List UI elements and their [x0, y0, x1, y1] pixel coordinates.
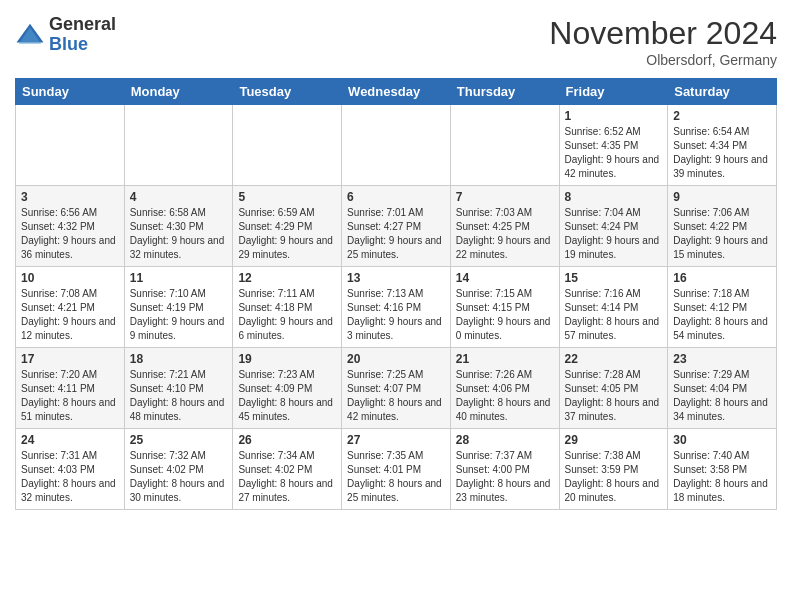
day-number: 27	[347, 433, 445, 447]
day-info: Sunrise: 7:31 AM Sunset: 4:03 PM Dayligh…	[21, 449, 119, 505]
calendar-cell: 29Sunrise: 7:38 AM Sunset: 3:59 PM Dayli…	[559, 429, 668, 510]
column-header-thursday: Thursday	[450, 79, 559, 105]
day-info: Sunrise: 7:11 AM Sunset: 4:18 PM Dayligh…	[238, 287, 336, 343]
calendar-week-row: 3Sunrise: 6:56 AM Sunset: 4:32 PM Daylig…	[16, 186, 777, 267]
column-header-saturday: Saturday	[668, 79, 777, 105]
day-info: Sunrise: 6:52 AM Sunset: 4:35 PM Dayligh…	[565, 125, 663, 181]
day-info: Sunrise: 7:04 AM Sunset: 4:24 PM Dayligh…	[565, 206, 663, 262]
calendar-header-row: SundayMondayTuesdayWednesdayThursdayFrid…	[16, 79, 777, 105]
day-info: Sunrise: 7:08 AM Sunset: 4:21 PM Dayligh…	[21, 287, 119, 343]
calendar-week-row: 1Sunrise: 6:52 AM Sunset: 4:35 PM Daylig…	[16, 105, 777, 186]
calendar-cell: 2Sunrise: 6:54 AM Sunset: 4:34 PM Daylig…	[668, 105, 777, 186]
calendar-cell: 30Sunrise: 7:40 AM Sunset: 3:58 PM Dayli…	[668, 429, 777, 510]
logo-icon	[15, 20, 45, 50]
day-info: Sunrise: 7:01 AM Sunset: 4:27 PM Dayligh…	[347, 206, 445, 262]
day-info: Sunrise: 7:26 AM Sunset: 4:06 PM Dayligh…	[456, 368, 554, 424]
calendar-cell	[233, 105, 342, 186]
day-info: Sunrise: 7:10 AM Sunset: 4:19 PM Dayligh…	[130, 287, 228, 343]
title-section: November 2024 Olbersdorf, Germany	[549, 15, 777, 68]
day-number: 7	[456, 190, 554, 204]
day-number: 28	[456, 433, 554, 447]
calendar-cell: 7Sunrise: 7:03 AM Sunset: 4:25 PM Daylig…	[450, 186, 559, 267]
calendar-cell: 28Sunrise: 7:37 AM Sunset: 4:00 PM Dayli…	[450, 429, 559, 510]
location-subtitle: Olbersdorf, Germany	[549, 52, 777, 68]
calendar-cell: 27Sunrise: 7:35 AM Sunset: 4:01 PM Dayli…	[342, 429, 451, 510]
day-info: Sunrise: 7:03 AM Sunset: 4:25 PM Dayligh…	[456, 206, 554, 262]
calendar-cell: 13Sunrise: 7:13 AM Sunset: 4:16 PM Dayli…	[342, 267, 451, 348]
calendar-cell: 22Sunrise: 7:28 AM Sunset: 4:05 PM Dayli…	[559, 348, 668, 429]
day-info: Sunrise: 7:32 AM Sunset: 4:02 PM Dayligh…	[130, 449, 228, 505]
column-header-wednesday: Wednesday	[342, 79, 451, 105]
day-info: Sunrise: 7:28 AM Sunset: 4:05 PM Dayligh…	[565, 368, 663, 424]
header: General Blue November 2024 Olbersdorf, G…	[15, 15, 777, 68]
logo-text: General Blue	[49, 15, 116, 55]
day-number: 22	[565, 352, 663, 366]
day-number: 23	[673, 352, 771, 366]
day-number: 17	[21, 352, 119, 366]
column-header-sunday: Sunday	[16, 79, 125, 105]
day-number: 12	[238, 271, 336, 285]
logo-general-text: General	[49, 14, 116, 34]
day-info: Sunrise: 6:54 AM Sunset: 4:34 PM Dayligh…	[673, 125, 771, 181]
calendar-table: SundayMondayTuesdayWednesdayThursdayFrid…	[15, 78, 777, 510]
day-number: 29	[565, 433, 663, 447]
calendar-cell: 1Sunrise: 6:52 AM Sunset: 4:35 PM Daylig…	[559, 105, 668, 186]
calendar-cell	[124, 105, 233, 186]
column-header-friday: Friday	[559, 79, 668, 105]
day-info: Sunrise: 7:40 AM Sunset: 3:58 PM Dayligh…	[673, 449, 771, 505]
day-number: 10	[21, 271, 119, 285]
calendar-cell: 3Sunrise: 6:56 AM Sunset: 4:32 PM Daylig…	[16, 186, 125, 267]
day-number: 11	[130, 271, 228, 285]
day-info: Sunrise: 7:06 AM Sunset: 4:22 PM Dayligh…	[673, 206, 771, 262]
day-info: Sunrise: 7:37 AM Sunset: 4:00 PM Dayligh…	[456, 449, 554, 505]
column-header-monday: Monday	[124, 79, 233, 105]
calendar-cell: 14Sunrise: 7:15 AM Sunset: 4:15 PM Dayli…	[450, 267, 559, 348]
day-info: Sunrise: 7:18 AM Sunset: 4:12 PM Dayligh…	[673, 287, 771, 343]
day-info: Sunrise: 7:16 AM Sunset: 4:14 PM Dayligh…	[565, 287, 663, 343]
calendar-cell: 25Sunrise: 7:32 AM Sunset: 4:02 PM Dayli…	[124, 429, 233, 510]
day-info: Sunrise: 6:59 AM Sunset: 4:29 PM Dayligh…	[238, 206, 336, 262]
calendar-cell: 26Sunrise: 7:34 AM Sunset: 4:02 PM Dayli…	[233, 429, 342, 510]
day-info: Sunrise: 6:56 AM Sunset: 4:32 PM Dayligh…	[21, 206, 119, 262]
calendar-cell: 9Sunrise: 7:06 AM Sunset: 4:22 PM Daylig…	[668, 186, 777, 267]
calendar-cell: 17Sunrise: 7:20 AM Sunset: 4:11 PM Dayli…	[16, 348, 125, 429]
day-number: 24	[21, 433, 119, 447]
day-info: Sunrise: 7:13 AM Sunset: 4:16 PM Dayligh…	[347, 287, 445, 343]
day-number: 5	[238, 190, 336, 204]
day-info: Sunrise: 7:20 AM Sunset: 4:11 PM Dayligh…	[21, 368, 119, 424]
day-info: Sunrise: 7:34 AM Sunset: 4:02 PM Dayligh…	[238, 449, 336, 505]
day-number: 14	[456, 271, 554, 285]
calendar-cell: 21Sunrise: 7:26 AM Sunset: 4:06 PM Dayli…	[450, 348, 559, 429]
column-header-tuesday: Tuesday	[233, 79, 342, 105]
day-number: 4	[130, 190, 228, 204]
calendar-cell: 8Sunrise: 7:04 AM Sunset: 4:24 PM Daylig…	[559, 186, 668, 267]
day-info: Sunrise: 7:35 AM Sunset: 4:01 PM Dayligh…	[347, 449, 445, 505]
logo: General Blue	[15, 15, 116, 55]
day-number: 21	[456, 352, 554, 366]
day-number: 8	[565, 190, 663, 204]
calendar-cell: 11Sunrise: 7:10 AM Sunset: 4:19 PM Dayli…	[124, 267, 233, 348]
day-number: 16	[673, 271, 771, 285]
day-number: 6	[347, 190, 445, 204]
calendar-week-row: 10Sunrise: 7:08 AM Sunset: 4:21 PM Dayli…	[16, 267, 777, 348]
day-info: Sunrise: 7:21 AM Sunset: 4:10 PM Dayligh…	[130, 368, 228, 424]
day-number: 13	[347, 271, 445, 285]
day-number: 9	[673, 190, 771, 204]
month-title: November 2024	[549, 15, 777, 52]
day-number: 20	[347, 352, 445, 366]
day-info: Sunrise: 6:58 AM Sunset: 4:30 PM Dayligh…	[130, 206, 228, 262]
calendar-cell: 15Sunrise: 7:16 AM Sunset: 4:14 PM Dayli…	[559, 267, 668, 348]
calendar-cell: 4Sunrise: 6:58 AM Sunset: 4:30 PM Daylig…	[124, 186, 233, 267]
logo-blue-text: Blue	[49, 34, 88, 54]
day-number: 30	[673, 433, 771, 447]
calendar-cell: 24Sunrise: 7:31 AM Sunset: 4:03 PM Dayli…	[16, 429, 125, 510]
calendar-cell: 6Sunrise: 7:01 AM Sunset: 4:27 PM Daylig…	[342, 186, 451, 267]
calendar-cell: 16Sunrise: 7:18 AM Sunset: 4:12 PM Dayli…	[668, 267, 777, 348]
calendar-week-row: 17Sunrise: 7:20 AM Sunset: 4:11 PM Dayli…	[16, 348, 777, 429]
calendar-cell: 20Sunrise: 7:25 AM Sunset: 4:07 PM Dayli…	[342, 348, 451, 429]
calendar-cell	[450, 105, 559, 186]
calendar-cell: 12Sunrise: 7:11 AM Sunset: 4:18 PM Dayli…	[233, 267, 342, 348]
calendar-week-row: 24Sunrise: 7:31 AM Sunset: 4:03 PM Dayli…	[16, 429, 777, 510]
day-info: Sunrise: 7:25 AM Sunset: 4:07 PM Dayligh…	[347, 368, 445, 424]
day-number: 26	[238, 433, 336, 447]
